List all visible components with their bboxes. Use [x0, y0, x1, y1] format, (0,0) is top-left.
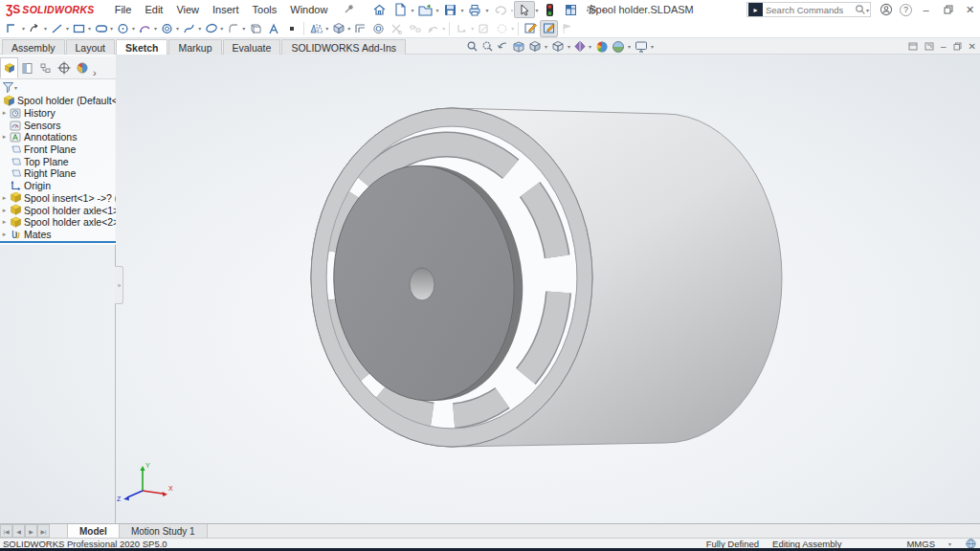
caret-down-icon[interactable]: ▾ — [325, 25, 328, 32]
close-button[interactable]: ✕ — [962, 1, 978, 18]
rollback-bar[interactable] — [0, 241, 116, 243]
doc-minimize-button[interactable]: – — [941, 41, 947, 52]
tree-item-top-plane[interactable]: Top Plane — [0, 155, 116, 167]
caret-down-icon[interactable]: ▾ — [651, 43, 654, 50]
search-input[interactable] — [766, 5, 855, 15]
doc-close-button[interactable]: ✕ — [969, 41, 976, 52]
expand-caret-icon[interactable]: ▸ — [0, 194, 9, 202]
home-button[interactable] — [368, 1, 390, 18]
zoom-to-area-icon[interactable] — [481, 40, 494, 53]
caret-down-icon[interactable]: ▾ — [435, 7, 438, 13]
caret-down-icon[interactable]: ▾ — [132, 25, 135, 32]
tab-property-manager[interactable] — [18, 57, 36, 78]
tree-item-annotations[interactable]: ▸ Annotations — [0, 131, 116, 143]
edit-component-icon[interactable] — [540, 20, 558, 37]
edit-appearance-icon[interactable] — [595, 40, 609, 54]
tab-motion-study-1[interactable]: Motion Study 1 — [120, 524, 208, 538]
new-document-button[interactable] — [390, 1, 411, 18]
caret-down-icon[interactable]: ▾ — [460, 7, 463, 13]
caret-down-icon[interactable]: ▾ — [22, 25, 25, 32]
tab-configuration-manager[interactable] — [36, 57, 55, 78]
pane-expand-chevron-icon[interactable]: › — [93, 67, 97, 78]
caret-down-icon[interactable]: ▾ — [589, 43, 591, 50]
tree-item-sensors[interactable]: Sensors — [0, 119, 116, 131]
caret-down-icon[interactable]: ▾ — [242, 25, 245, 32]
sketch-fillet-icon[interactable] — [224, 20, 242, 37]
caret-down-icon[interactable]: ▾ — [198, 25, 201, 32]
caret-down-icon[interactable]: ▾ — [14, 84, 17, 91]
caret-down-icon[interactable]: ▾ — [110, 25, 113, 32]
tree-item-assembly-root[interactable]: Spool holder (Default<Display — [0, 95, 116, 107]
ellipse-icon[interactable] — [202, 20, 220, 37]
arc-icon[interactable] — [136, 20, 154, 37]
menu-tools[interactable]: Tools — [246, 2, 284, 17]
offset-entities-icon[interactable] — [369, 20, 388, 37]
mirror-entities-icon[interactable] — [307, 20, 325, 37]
apply-scene-icon[interactable] — [612, 40, 625, 54]
caret-down-icon[interactable]: ▾ — [176, 25, 179, 32]
new-window-icon[interactable] — [908, 42, 918, 51]
pin-menu-icon[interactable] — [338, 1, 359, 18]
last-tab-button[interactable]: ▶| — [37, 524, 50, 538]
minimize-button[interactable]: – — [918, 1, 934, 18]
hide-show-items-icon[interactable] — [574, 40, 586, 53]
tree-item-front-plane[interactable]: Front Plane — [0, 143, 116, 156]
tab-display-manager[interactable] — [73, 57, 91, 78]
expand-caret-icon[interactable]: ▸ — [0, 109, 9, 117]
tab-markup[interactable]: Markup — [168, 39, 221, 55]
search-icon[interactable] — [855, 4, 866, 15]
tree-item-spool-holder-axle-1[interactable]: ▸ Spool holder axle<1> (Kno — [0, 204, 116, 216]
expand-caret-icon[interactable]: ▸ — [0, 207, 9, 214]
caret-down-icon[interactable]: ▾ — [154, 25, 157, 32]
menu-file[interactable]: File — [108, 2, 139, 17]
caret-down-icon[interactable]: ▾ — [44, 25, 47, 32]
caret-down-icon[interactable]: ▾ — [220, 25, 223, 32]
straight-slot-icon[interactable] — [92, 20, 110, 37]
tab-model[interactable]: Model — [67, 524, 120, 538]
linear-pattern-icon[interactable] — [329, 20, 347, 37]
expand-caret-icon[interactable]: ▸ — [0, 133, 9, 141]
view-orientation-icon[interactable] — [528, 40, 542, 53]
tab-feature-tree[interactable] — [0, 57, 18, 78]
caret-down-icon[interactable]: ▾ — [347, 25, 350, 32]
spline-icon[interactable] — [180, 20, 198, 37]
search-box[interactable]: ▸ ▾ — [746, 2, 871, 17]
tab-sketch[interactable]: Sketch — [116, 39, 167, 55]
cascade-window-icon[interactable] — [924, 42, 934, 51]
caret-down-icon[interactable]: ▾ — [948, 540, 951, 547]
menu-window[interactable]: Window — [283, 2, 334, 17]
sketch-icon[interactable] — [4, 20, 22, 37]
corner-rectangle-icon[interactable] — [70, 20, 88, 37]
tab-layout[interactable]: Layout — [66, 39, 116, 55]
text-icon[interactable] — [264, 20, 282, 37]
tab-solidworks-add-ins[interactable]: SOLIDWORKS Add-Ins — [281, 39, 406, 55]
tree-item-right-plane[interactable]: Right Plane — [0, 167, 116, 180]
caret-down-icon[interactable]: ▾ — [88, 25, 91, 32]
caret-down-icon[interactable]: ▾ — [485, 7, 488, 13]
caret-down-icon[interactable]: ▾ — [628, 43, 631, 50]
smart-dimension-icon[interactable] — [26, 20, 44, 37]
print-button[interactable] — [464, 1, 485, 18]
edit-sketch-icon[interactable] — [522, 20, 540, 37]
caret-down-icon[interactable]: ▾ — [568, 43, 570, 50]
view-settings-icon[interactable] — [635, 40, 648, 53]
point-icon[interactable] — [282, 20, 301, 37]
tree-item-origin[interactable]: Origin — [0, 180, 116, 192]
previous-view-icon[interactable] — [497, 40, 509, 53]
tree-item-spool-holder-axle-2[interactable]: ▸ Spool holder axle<2> (Kno — [0, 216, 116, 229]
caret-down-icon[interactable]: ▾ — [411, 7, 413, 13]
caret-down-icon[interactable]: ▾ — [545, 43, 547, 50]
save-button[interactable] — [439, 1, 460, 18]
menu-insert[interactable]: Insert — [206, 2, 246, 17]
polygon-icon[interactable] — [246, 20, 264, 37]
spool-insert-center-hole[interactable] — [410, 268, 434, 300]
tab-assembly[interactable]: Assembly — [2, 39, 65, 55]
caret-down-icon[interactable]: ▾ — [66, 25, 69, 32]
expand-caret-icon[interactable]: ▸ — [0, 218, 9, 226]
caret-down-icon[interactable]: ▾ — [866, 7, 869, 13]
pane-collapse-handle[interactable] — [115, 266, 123, 304]
menu-view[interactable]: View — [169, 2, 206, 17]
tree-item-history[interactable]: ▸ History — [0, 107, 116, 120]
tree-item-spool-insert[interactable]: ▸ Spool insert<1> ->? (70mm — [0, 192, 116, 205]
open-document-button[interactable] — [414, 1, 435, 18]
